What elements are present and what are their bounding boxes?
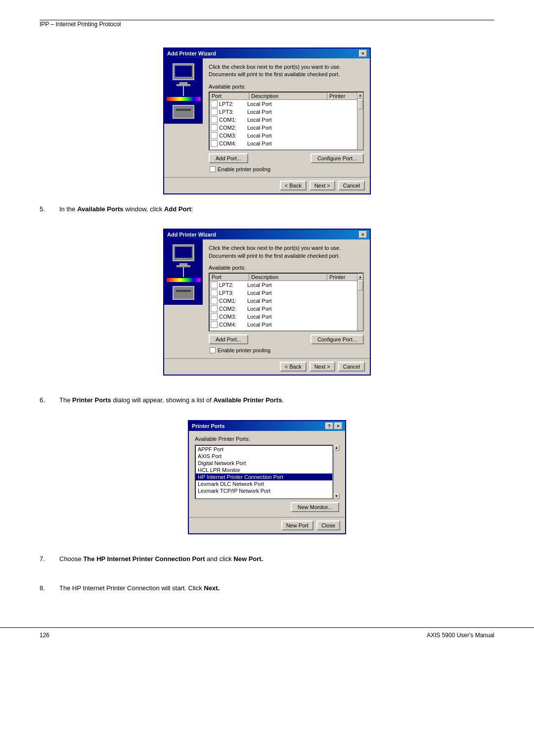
- port-checkbox-com4-2[interactable]: [211, 321, 218, 328]
- next-btn-1[interactable]: Next >: [310, 181, 335, 190]
- scrollbar-2[interactable]: ▲: [357, 274, 363, 331]
- port-checkbox-lpt3[interactable]: [211, 108, 218, 115]
- table-row: LPT2: Local Port: [210, 281, 357, 289]
- port-desc-com3: Local Port: [246, 133, 357, 139]
- wizard-2-titlebar: Add Printer Wizard ×: [164, 230, 370, 239]
- wizard-1-titlebar: Add Printer Wizard ×: [164, 48, 370, 58]
- wizard-2-body: Click the check box next to the port(s) …: [164, 239, 370, 358]
- port-checkbox-com3-2[interactable]: [211, 313, 218, 320]
- enable-pooling-checkbox[interactable]: [210, 166, 216, 172]
- list-item[interactable]: Lexmark TCP/IP Network Port: [196, 487, 332, 494]
- monitor-icon-2: [173, 244, 194, 261]
- port-name-com3-2: COM3:: [219, 314, 246, 320]
- step-6-bold2: Available Printer Ports: [213, 396, 282, 404]
- wizard-2-titlebar-buttons: ×: [359, 231, 367, 238]
- new-monitor-btn[interactable]: New Monitor...: [291, 502, 339, 512]
- port-name-lpt3-2: LPT3:: [219, 290, 246, 296]
- port-checkbox-lpt2-2[interactable]: [211, 282, 218, 288]
- page-number: 126: [40, 632, 49, 639]
- port-checkbox-com4[interactable]: [211, 140, 218, 147]
- wizard-1-close-btn[interactable]: ×: [359, 50, 367, 57]
- cable-line: [183, 86, 184, 96]
- printer-ports-close-btn[interactable]: ×: [334, 423, 342, 429]
- back-btn-1[interactable]: < Back: [280, 181, 307, 190]
- ports-table-content: Port Description Printer LPT2: Lo: [210, 93, 357, 149]
- back-btn-2[interactable]: < Back: [280, 362, 307, 372]
- next-btn-2[interactable]: Next >: [310, 362, 335, 372]
- port-checkbox-lpt3-2[interactable]: [211, 289, 218, 296]
- table-row: LPT3: Local Port: [210, 289, 357, 297]
- step-6-bold1: Printer Ports: [72, 396, 111, 404]
- port-desc-lpt3: Local Port: [246, 109, 357, 115]
- printer-ports-titlebar-buttons: ? ×: [325, 423, 342, 429]
- printer-ports-list[interactable]: APPF Port AXIS Port Digital Network Port…: [195, 445, 333, 499]
- port-checkbox-com3[interactable]: [211, 132, 218, 139]
- port-checkbox-com2[interactable]: [211, 124, 218, 131]
- cancel-btn-1[interactable]: Cancel: [338, 181, 365, 190]
- scroll-up-arrow[interactable]: ▲: [357, 93, 363, 98]
- add-port-btn-1[interactable]: Add Port...: [209, 153, 248, 163]
- port-checkbox-com1-2[interactable]: [211, 297, 218, 304]
- ports-list-scrollbar[interactable]: ▲ ▼: [333, 445, 339, 499]
- printer-ports-help-btn[interactable]: ?: [325, 423, 333, 429]
- cancel-btn-2[interactable]: Cancel: [338, 362, 365, 372]
- table-row: COM3: Local Port: [210, 132, 357, 140]
- step-5-text: In the Available Ports window, click Add…: [59, 204, 494, 214]
- list-item-selected[interactable]: HP Internet Printer Connection Port: [196, 473, 332, 480]
- port-name-com4: COM4:: [219, 141, 246, 146]
- table-row: COM3: Local Port: [210, 313, 357, 321]
- add-printer-wizard-2: Add Printer Wizard ×: [163, 229, 371, 376]
- wizard-1-sidebar: [164, 58, 203, 124]
- configure-port-btn-1[interactable]: Configure Port...: [311, 153, 364, 163]
- col-port-header: Port: [210, 93, 249, 99]
- port-desc-com3-2: Local Port: [246, 314, 357, 320]
- enable-pooling-row-2: Enable printer pooling: [209, 347, 364, 353]
- step-6-text: The Printer Ports dialog will appear, sh…: [59, 395, 494, 405]
- step-5-number: 5.: [40, 204, 59, 213]
- step-5-bold2: Add Port: [164, 205, 191, 213]
- new-port-btn[interactable]: New Port: [281, 520, 313, 530]
- table-row: LPT3: Local Port: [210, 108, 357, 116]
- port-desc-com1: Local Port: [246, 117, 357, 123]
- step-5-section: Add Printer Wizard ×: [40, 47, 494, 376]
- manual-title: AXIS 5900 User's Manual: [427, 632, 494, 639]
- ports-table-body: LPT2: Local Port LPT3: Local Port: [210, 100, 357, 149]
- scroll-thumb[interactable]: [358, 99, 363, 109]
- col-printer-header-2: Printer: [327, 274, 357, 281]
- scrollbar[interactable]: ▲: [357, 93, 363, 149]
- wizard-1-titlebar-buttons: ×: [359, 50, 367, 57]
- printer-ports-dialog: Printer Ports ? × Available Printer Port…: [188, 420, 346, 534]
- list-item[interactable]: AXIS Port: [196, 453, 332, 460]
- wizard-dialog-2-container: Add Printer Wizard ×: [40, 229, 494, 376]
- close-btn-footer[interactable]: Close: [316, 520, 340, 530]
- ports-header-2: Port Description Printer: [210, 274, 357, 281]
- wizard-2-close-btn[interactable]: ×: [359, 231, 367, 238]
- scroll-up-arrow-3[interactable]: ▲: [334, 445, 340, 451]
- ports-list-wrapper: APPF Port AXIS Port Digital Network Port…: [195, 445, 339, 499]
- monitor-icon: [173, 63, 194, 80]
- list-item[interactable]: HCL LPR Monitor: [196, 467, 332, 473]
- col-desc-header: Description: [249, 93, 327, 99]
- scroll-up-arrow-2[interactable]: ▲: [357, 274, 363, 280]
- port-desc-lpt2: Local Port: [246, 101, 357, 107]
- port-checkbox-com1[interactable]: [211, 116, 218, 123]
- printer-ports-title: Printer Ports: [192, 423, 225, 429]
- port-name-com2: COM2:: [219, 125, 246, 131]
- list-item[interactable]: APPF Port: [196, 446, 332, 453]
- available-ports-label: Available Printer Ports:: [195, 436, 339, 442]
- port-checkbox-com2-2[interactable]: [211, 305, 218, 312]
- printer-ports-dialog-container: Printer Ports ? × Available Printer Port…: [40, 420, 494, 534]
- wizard-2-description: Click the check box next to the port(s) …: [209, 244, 364, 260]
- printer-ports-titlebar: Printer Ports ? ×: [189, 421, 345, 431]
- add-port-btn-2[interactable]: Add Port...: [209, 334, 248, 344]
- printer-ports-footer: New Port Close: [189, 517, 345, 533]
- scroll-down-arrow-3[interactable]: ▼: [334, 493, 340, 499]
- port-checkbox-lpt2[interactable]: [211, 100, 218, 107]
- list-item[interactable]: Digital Network Port: [196, 460, 332, 467]
- enable-pooling-row: Enable printer pooling: [209, 166, 364, 172]
- enable-pooling-checkbox-2[interactable]: [210, 347, 216, 353]
- configure-port-btn-2[interactable]: Configure Port...: [311, 334, 364, 344]
- list-item[interactable]: Lexmark DLC Network Port: [196, 480, 332, 487]
- scroll-thumb-2[interactable]: [358, 281, 363, 290]
- step-6-section: 6. The Printer Ports dialog will appear,…: [40, 395, 494, 534]
